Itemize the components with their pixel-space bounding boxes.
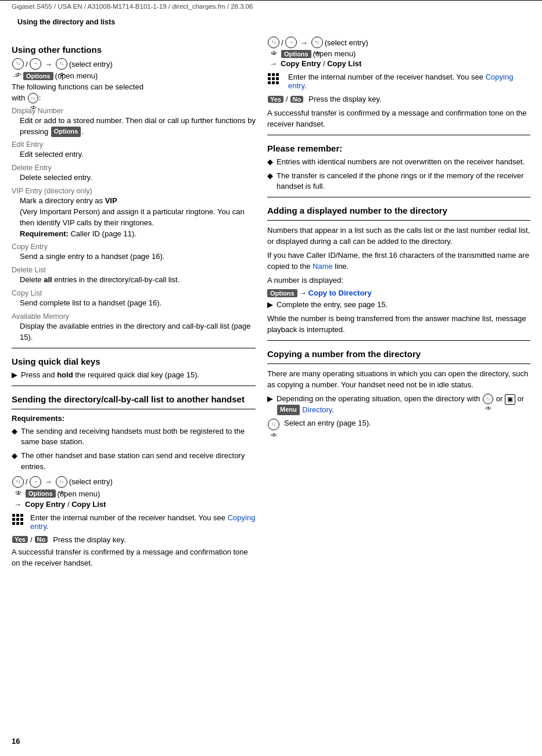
- yes-no-slash: /: [30, 535, 33, 544]
- item-copy-entry: Copy Entry Send a single entry to a hand…: [12, 243, 256, 262]
- svg-rect-4: [16, 518, 19, 521]
- item-body-delete-list: Delete all entries in the directory/call…: [20, 275, 256, 286]
- no-btn[interactable]: No: [35, 536, 48, 543]
- nav-slash-2: /: [26, 477, 28, 486]
- arrow-copying: ▶: [267, 394, 273, 416]
- yes-btn-right[interactable]: Yes: [268, 96, 283, 103]
- nav-icon-select: ↑↓◁▷: [56, 58, 67, 70]
- arrow-1: →: [45, 60, 52, 69]
- header: Gigaset S455 / USA EN / A31008-M1714-B10…: [0, 0, 542, 12]
- nav-icon-left: ↑↓◁▷: [12, 58, 24, 70]
- item-body-copy-entry: Send a single entry to a handset (page 1…: [20, 251, 256, 262]
- svg-rect-10: [272, 73, 275, 76]
- req-text: Requirement: Caller ID (page 11).: [20, 229, 137, 238]
- nav-icon-inline: ↑↓◁▷: [28, 93, 38, 103]
- nav-row-options: → Options (open menu): [12, 71, 256, 80]
- item-label-delete-entry: Delete Entry: [12, 164, 256, 172]
- nav-icon-r1: ↑↓◁▷: [268, 37, 279, 48]
- item-delete-entry: Delete Entry Delete selected entry.: [12, 164, 256, 183]
- yes-no-text: Press the display key.: [53, 535, 125, 544]
- select-entry-text: (select entry): [69, 60, 113, 69]
- remember-text-1: Entries with identical numbers are not o…: [277, 157, 525, 168]
- right-column: ↑↓◁▷ / → → ↑↓◁▷ (select entry) → Options…: [267, 37, 530, 572]
- options-btn-display[interactable]: Options: [51, 127, 81, 137]
- divider-1: [12, 348, 256, 348]
- arrow-2: →: [45, 477, 52, 486]
- divider-copying: [267, 340, 530, 341]
- intro-text: The following functions can be selectedw…: [12, 82, 256, 104]
- keypad-icon: [12, 513, 27, 528]
- arrow-sub: →: [14, 500, 21, 509]
- options-row-2: → Options (open menu) → Copy Entry / Cop…: [14, 489, 256, 509]
- complete-entry-text: Complete the entry, see page 15.: [277, 300, 387, 311]
- diamond-r2: ◆: [267, 171, 273, 193]
- bullet-text-1: The sending and receiving handsets must …: [21, 426, 256, 448]
- nav-icon-r2: →: [285, 37, 297, 48]
- nav-icon-right-2: →: [30, 476, 41, 488]
- yes-btn[interactable]: Yes: [12, 536, 28, 543]
- remember-bullets: ◆ Entries with identical numbers are not…: [267, 157, 530, 193]
- copying-body1: There are many operating situations in w…: [267, 369, 530, 391]
- remember-bullet-2: ◆ The transfer is canceled if the phone …: [267, 171, 530, 193]
- svg-rect-1: [16, 514, 19, 517]
- item-label-available-memory: Available Memory: [12, 312, 256, 321]
- svg-rect-17: [276, 81, 279, 84]
- arrow-copy-dir: →: [299, 289, 307, 297]
- select-entry-row: ↑↓◁▷ Select an entry (page 15).: [267, 419, 530, 430]
- svg-rect-11: [276, 73, 279, 76]
- item-label-delete-list: Delete List: [12, 266, 256, 274]
- complete-entry-item: ▶ Complete the entry, see page 15.: [267, 300, 530, 311]
- item-delete-list: Delete List Delete all entries in the di…: [12, 266, 256, 286]
- sub-arrow-row: → Copy Entry / Copy List: [14, 500, 256, 509]
- svg-rect-9: [268, 73, 271, 76]
- options-copy-btn[interactable]: Options: [267, 289, 297, 297]
- arrow-complete: ▶: [267, 300, 273, 311]
- item-available-memory: Available Memory Display the available e…: [12, 312, 256, 343]
- arrow-char-1: ▶: [12, 370, 17, 381]
- yes-no-row-right: Yes / No Press the display key.: [267, 95, 530, 103]
- diamond-1: ◆: [12, 426, 17, 448]
- options-btn-r[interactable]: Options: [281, 50, 311, 58]
- adding-body3: A number is displayed:: [267, 275, 530, 286]
- nav-icon-left-2: ↑↓◁▷: [12, 476, 24, 488]
- nav-row-1: ↑↓◁▷ / → → ↑↓◁▷ (select entry): [12, 58, 256, 70]
- svg-rect-0: [12, 514, 15, 517]
- options-btn-2[interactable]: Options: [26, 489, 56, 498]
- keypad-svg: [12, 513, 27, 528]
- options-nav-row-2: → Options (open menu): [14, 489, 256, 498]
- item-body-vip-entry: Mark a directory entry as VIP(Very Impor…: [20, 196, 256, 239]
- nav-row-right-copy: → Copy Entry / Copy List: [270, 59, 530, 68]
- bullet-item-1: ◆ The sending and receiving handsets mus…: [12, 426, 256, 448]
- keypad-icon-right: [267, 73, 288, 89]
- confirm-text: A successful transfer is confirmed by a …: [12, 547, 256, 569]
- keypad-text-right: Enter the internal number of the receive…: [288, 73, 530, 90]
- yes-no-row: Yes / No Press the display key.: [12, 535, 256, 544]
- item-edit-entry: Edit Entry Edit selected entry.: [12, 141, 256, 160]
- divider-adding: [267, 197, 530, 197]
- item-body-available-memory: Display the available entries in the dir…: [20, 321, 256, 343]
- item-vip-entry: VIP Entry (directory only) Mark a direct…: [12, 187, 256, 239]
- item-body-delete-entry: Delete selected entry.: [20, 172, 256, 183]
- keypad-row: Enter the internal number of the receive…: [12, 513, 256, 531]
- nav-icon-select-entry: ↑↓◁▷: [268, 419, 279, 430]
- requirements-label: Requirements:: [12, 414, 256, 423]
- divider-remember: [267, 135, 530, 135]
- page-section-label: Using the directory and lists: [17, 18, 525, 26]
- divider-3: [12, 409, 256, 409]
- diamond-2: ◆: [12, 451, 17, 473]
- menu-btn[interactable]: Menu: [277, 405, 300, 415]
- svg-rect-12: [268, 77, 271, 80]
- copying-arrow-text: Depending on the operating situation, op…: [277, 394, 530, 416]
- options-btn-1[interactable]: Options: [23, 72, 53, 80]
- diamond-r1: ◆: [267, 157, 273, 168]
- nav-icon-right: →: [30, 58, 41, 70]
- adding-body2: If you have Caller ID/Name, the first 16…: [267, 250, 530, 272]
- options-copy-dir-row: Options → Copy to Directory: [267, 289, 530, 297]
- bullet-text-2: The other handset and base station can s…: [21, 451, 256, 473]
- slash-r1: /: [281, 38, 283, 47]
- copying-arrow-item: ▶ Depending on the operating situation, …: [267, 394, 530, 416]
- section3-title: Sending the directory/call-by-call list …: [12, 394, 256, 404]
- confirm-text-right: A successful transfer is confirmed by a …: [267, 108, 530, 130]
- quick-dial-item: ▶ Press and hold the required quick dial…: [12, 370, 256, 381]
- no-btn-right[interactable]: No: [290, 96, 304, 103]
